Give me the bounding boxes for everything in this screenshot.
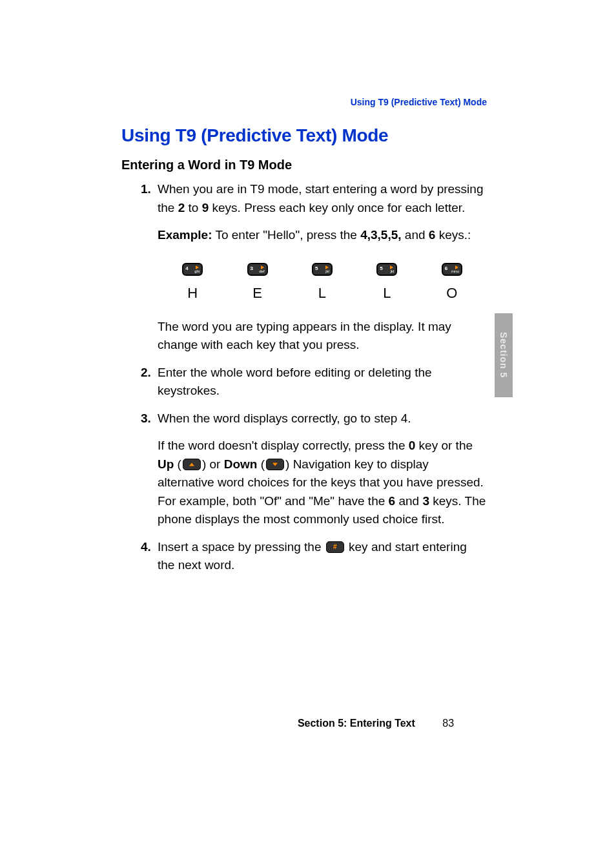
key-letters: ghi <box>194 269 200 275</box>
output-letter: O <box>446 282 457 304</box>
phone-key-icon: 5 jkl <box>376 263 397 276</box>
step-number: 1. <box>141 180 151 199</box>
side-tab-label: Section 5 <box>498 332 509 378</box>
page-number: 83 <box>442 718 454 729</box>
key-letters: jkl <box>391 269 395 275</box>
key-letters: def <box>259 269 264 275</box>
key-digit: 5 <box>315 265 318 273</box>
key-column-2: 5 jkl L <box>303 263 342 304</box>
key-digit: 5 <box>380 265 382 273</box>
key-2: 2 <box>178 201 185 214</box>
text: to <box>185 201 201 214</box>
text: keys.: <box>435 228 471 242</box>
step-number: 4. <box>141 538 151 557</box>
section-heading: Entering a Word in T9 Mode <box>121 158 487 172</box>
key-6: 6 <box>389 494 396 508</box>
text: ( <box>257 457 265 471</box>
key-digit: 4 <box>185 265 188 273</box>
text: key or the <box>415 439 473 452</box>
text: Enter the whole word before editing or d… <box>158 366 432 398</box>
up-label: Up <box>158 457 174 471</box>
key-9: 9 <box>202 201 209 214</box>
key-digit: 6 <box>445 265 447 273</box>
page-title: Using T9 (Predictive Text) Mode <box>121 125 487 146</box>
step-number: 3. <box>141 410 151 428</box>
steps-list: 1. When you are in T9 mode, start enteri… <box>121 180 487 575</box>
phone-key-icon: 6 mno <box>442 263 462 276</box>
footer-section: Section 5: Entering Text <box>298 718 415 729</box>
step-4: 4. Insert a space by pressing the key an… <box>141 538 487 575</box>
output-letter: E <box>252 282 262 304</box>
text: If the word doesn't display correctly, p… <box>158 439 409 452</box>
phone-key-icon: 5 jkl <box>312 263 333 276</box>
step-2: 2. Enter the whole word before editing o… <box>141 364 487 400</box>
phone-key-icon: 3 def <box>247 263 268 276</box>
key-digit: 3 <box>251 265 253 273</box>
running-header: Using T9 (Predictive Text) Mode <box>121 97 487 107</box>
text: and <box>395 494 422 508</box>
text: For example, both "Of" and "Me" have the <box>158 494 389 508</box>
key-3: 3 <box>422 494 429 508</box>
text: ) or <box>202 457 224 471</box>
text: and <box>402 228 429 242</box>
key-column-1: 3 def E <box>238 263 277 304</box>
text: When the word displays correctly, go to … <box>158 411 411 425</box>
text: ( <box>174 457 181 471</box>
output-letter: H <box>187 282 198 304</box>
key-column-3: 5 jkl L <box>367 263 406 304</box>
step-3: 3. When the word displays correctly, go … <box>141 410 487 529</box>
text: Insert a space by pressing the <box>158 540 325 554</box>
key-letters: mno <box>451 269 459 275</box>
output-letter: L <box>383 282 391 304</box>
keypad-example-row: 4 ghi H 3 def E 5 <box>163 263 482 304</box>
text: keys. Press each key only once for each … <box>209 201 465 214</box>
key-column-4: 6 mno O <box>433 263 471 304</box>
up-key-icon <box>183 459 201 470</box>
down-label: Down <box>224 457 258 471</box>
text: To enter "Hello", press the <box>212 228 360 242</box>
hash-key-icon <box>326 541 344 553</box>
example-keys: 4,3,5,5, <box>360 228 401 242</box>
down-key-icon <box>266 459 284 470</box>
phone-key-icon: 4 ghi <box>182 263 203 276</box>
key-letters: jkl <box>325 269 329 275</box>
step-1-followup: The word you are typing appears in the d… <box>158 318 487 355</box>
page-footer: Section 5: Entering Text 83 <box>0 718 616 729</box>
step-1: 1. When you are in T9 mode, start enteri… <box>141 180 487 355</box>
output-letter: L <box>318 282 326 304</box>
key-column-0: 4 ghi H <box>173 263 212 304</box>
section-side-tab: Section 5 <box>495 313 513 397</box>
example-key-6: 6 <box>429 228 436 242</box>
key-0: 0 <box>409 439 416 452</box>
step-number: 2. <box>141 364 151 382</box>
example-label: Example: <box>158 228 212 242</box>
